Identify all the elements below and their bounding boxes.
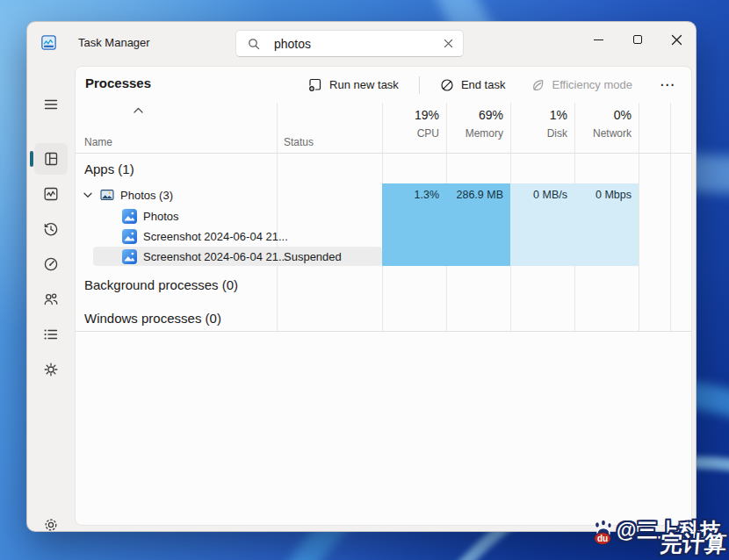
column-header-memory[interactable]: 69% Memory (446, 67, 510, 117)
close-icon (671, 34, 682, 46)
process-group-name: Photos (3) (120, 189, 173, 202)
column-header-cpu[interactable]: 19% CPU (382, 67, 446, 117)
column-header-status[interactable]: Status (284, 136, 314, 148)
sidebar-item-performance[interactable] (34, 178, 68, 210)
column-header-network[interactable]: 0% Network (574, 67, 639, 117)
users-icon (42, 291, 60, 308)
group-cpu-value: 1.3% (382, 189, 439, 201)
services-icon (42, 361, 60, 378)
process-status: Suspended (284, 250, 342, 263)
process-row[interactable]: Photos (76, 206, 382, 226)
search-icon (248, 38, 260, 50)
process-name: Photos (143, 210, 178, 223)
search-box[interactable] (235, 30, 464, 57)
disk-total-value: 1% (550, 108, 567, 122)
details-icon (42, 326, 60, 343)
section-background-processes[interactable]: Background processes (0) (84, 277, 238, 292)
sidebar-item-services[interactable] (34, 354, 68, 385)
more-options-button[interactable]: ⋯ (653, 74, 682, 96)
watermark-overlay: 完计算 (660, 529, 728, 558)
task-manager-app-icon (41, 35, 56, 50)
process-row[interactable]: Screenshot 2024-06-04 21... (76, 226, 382, 247)
photos-app-icon (122, 229, 137, 244)
processes-icon (42, 150, 60, 168)
search-clear-icon[interactable] (438, 34, 458, 54)
process-row-suspended[interactable]: Screenshot 2024-06-04 21... Suspended (76, 247, 382, 266)
header-bottom-border (76, 153, 691, 154)
task-manager-window: Task Manager (26, 21, 697, 532)
run-new-task-icon (307, 77, 322, 92)
sidebar-item-processes[interactable] (34, 143, 68, 175)
table-bottom-border (76, 331, 691, 332)
memory-total-value: 69% (479, 108, 503, 122)
startup-apps-icon (42, 255, 60, 273)
chevron-down-icon[interactable] (83, 192, 92, 198)
settings-gear-icon (42, 516, 60, 534)
process-name: Screenshot 2024-06-04 21... (143, 230, 288, 243)
photos-app-icon (122, 209, 137, 224)
section-apps[interactable]: Apps (1) (84, 162, 134, 176)
maximize-icon (633, 35, 642, 44)
process-name: Screenshot 2024-06-04 21... (143, 250, 288, 263)
group-memory-value: 286.9 MB (446, 189, 503, 201)
search-input[interactable] (274, 37, 428, 51)
section-windows-processes[interactable]: Windows processes (0) (84, 311, 221, 326)
menu-icon (42, 96, 60, 113)
cpu-total-value: 19% (415, 108, 439, 122)
page-title: Processes (85, 75, 151, 90)
app-history-icon (42, 220, 60, 238)
titlebar[interactable]: Task Manager (27, 22, 696, 64)
column-divider[interactable] (639, 103, 639, 331)
minimize-icon (594, 39, 603, 40)
process-group-row[interactable]: Photos (3) (76, 183, 382, 206)
group-disk-value: 0 MB/s (510, 189, 567, 201)
disk-label: Disk (547, 127, 567, 140)
sidebar-item-app-history[interactable] (34, 213, 68, 245)
maximize-button[interactable] (617, 22, 657, 57)
memory-label: Memory (466, 127, 503, 140)
photos-app-icon (122, 249, 137, 264)
sidebar-item-details[interactable] (34, 319, 68, 350)
processes-panel: Processes Run new task End task Efficien… (75, 66, 692, 526)
performance-icon (42, 185, 60, 203)
network-label: Network (593, 127, 632, 140)
selected-accent-bar (30, 151, 33, 167)
sidebar-item-startup-apps[interactable] (34, 248, 68, 280)
column-header-name[interactable]: Name (84, 136, 112, 148)
cpu-label: CPU (417, 127, 439, 140)
network-total-value: 0% (614, 108, 632, 122)
photos-group-icon (100, 188, 114, 202)
column-header-disk[interactable]: 1% Disk (510, 67, 574, 117)
sidebar-item-users[interactable] (34, 284, 68, 315)
settings-button[interactable] (34, 509, 68, 541)
nav-menu-button[interactable] (34, 89, 68, 120)
sort-ascending-icon (134, 107, 143, 113)
minimize-button[interactable] (579, 22, 618, 57)
window-title: Task Manager (78, 36, 150, 49)
column-divider[interactable] (670, 103, 671, 331)
sidebar (27, 64, 75, 531)
close-button[interactable] (657, 22, 697, 57)
watermark-du-badge: du (594, 532, 611, 545)
group-network-value: 0 Mbps (574, 189, 632, 201)
